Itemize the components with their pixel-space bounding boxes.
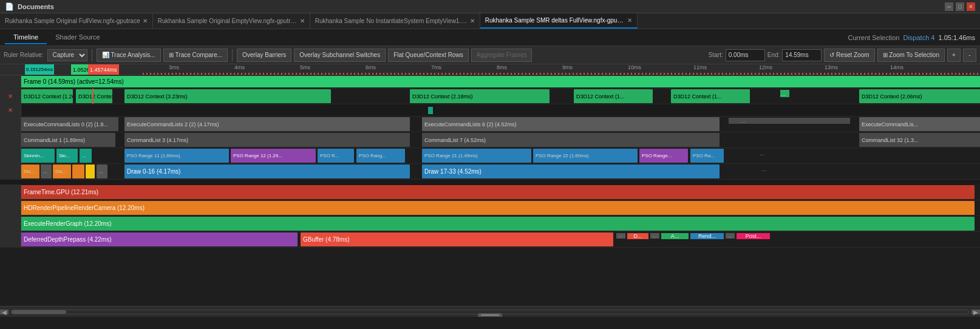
cmdlist-32[interactable]: CommandList 32 (1.3... (859, 133, 980, 147)
skinning-3[interactable]: ... (80, 149, 92, 163)
frame-segment[interactable]: Frame 0 (14.59ms) (active=12.54ms) (21, 76, 980, 87)
tab-3-close[interactable]: ✕ (470, 18, 475, 24)
frame-gutter (0, 75, 21, 88)
d3d12-seg-5[interactable]: D3D12 Context (1... (574, 89, 653, 103)
cmdlist-7[interactable]: CommandList 7 (4.52ms) (422, 133, 720, 147)
cmdlist-gutter (0, 132, 21, 148)
dis-orange-2[interactable] (86, 164, 95, 178)
d3d12-seg-6[interactable]: D3D12 Context (1... (671, 89, 750, 103)
frametime-seg[interactable]: FrameTime.GPU (12.21ms) (21, 185, 975, 199)
pso-range-x[interactable]: PSO Range... (639, 149, 688, 163)
execrender-gutter (0, 216, 21, 231)
pso-ra[interactable]: PSO Ra... (690, 149, 724, 163)
start-input[interactable] (726, 49, 765, 61)
depth-rend: Rend... (690, 233, 724, 239)
cmdlist-1[interactable]: CommandList 1 (1.89ms) (21, 133, 115, 147)
tab-1-close[interactable]: ✕ (143, 18, 148, 24)
hdrender-body: HDRenderPipelineRenderCamera (12.20ms) (21, 200, 980, 215)
pso-12[interactable]: PSO Range 12 (1.29... (231, 149, 316, 163)
deferred-depth-seg[interactable]: DeferredDepthPrepass (4.22ms) (21, 232, 298, 246)
draw-gutter (0, 164, 21, 179)
small-close-1[interactable]: ✕ (8, 107, 13, 114)
ruler-body[interactable]: 0.151254ms 1.0526 1.45744ms 2ms 3ms 4ms … (21, 64, 980, 75)
flat-queue-button[interactable]: Flat Queue/Context Rows (388, 49, 469, 62)
pso-row: Skinnin... Ski... ... PSO Range 11 (1.60… (0, 148, 980, 164)
teal-bar-mid (428, 107, 433, 114)
exec-seg-6[interactable]: ExecuteCommandLists 6 (2) (4.52ms) (422, 117, 720, 131)
hdrender-seg[interactable]: HDRenderPipelineRenderCamera (12.20ms) (21, 201, 975, 215)
dis-dots-2[interactable]: ... (97, 164, 107, 178)
tab-2[interactable]: Rukhanka Sample Original EmptyView.ngfx-… (153, 13, 310, 29)
subtab-bar: Timeline Shader Source Current Selection… (0, 29, 980, 46)
depth-gbuffer-row: DeferredDepthPrepass (4.22ms) GBuffer (4… (0, 232, 980, 248)
d3d12-seg-7[interactable]: D3D12 Context (2.06ms) (859, 89, 980, 103)
d3d12-seg-4[interactable]: D3D12 Context (2.18ms) (410, 89, 550, 103)
end-input[interactable] (782, 49, 822, 61)
current-selection-link[interactable]: Dispatch 4 (903, 34, 934, 41)
scroll-right-btn[interactable]: ▶ (971, 310, 980, 314)
pso-22[interactable]: PSO Range 22 (1.60ms) (533, 149, 638, 163)
d3d12-seg-1[interactable]: D3D12 Context (1.26... (21, 89, 73, 103)
dis-orange-1[interactable] (72, 164, 84, 178)
skinning-2[interactable]: Ski... (56, 149, 78, 163)
exec-cmd-body: ExecuteCommandLists 0 (2) (1.8... Execut… (21, 117, 980, 132)
tick-5ms: 5ms (300, 64, 310, 70)
trace-analysis-button[interactable]: 📊 Trace Analysis... (97, 49, 161, 62)
zoom-in-button[interactable]: + (947, 49, 961, 62)
scrollbar-thumb[interactable] (12, 310, 66, 314)
hdrender-row: HDRenderPipelineRenderCamera (12.20ms) (0, 200, 980, 216)
zoom-to-selection-button[interactable]: ⊞ Zoom To Selection (877, 49, 945, 62)
tab-1[interactable]: Rukhanka Sample Original FullView.ngfx-g… (0, 13, 153, 29)
draw-17-33[interactable]: Draw 17-33 (4.52ms) (422, 164, 720, 178)
tick-3ms: 3ms (169, 64, 179, 70)
dis-2[interactable]: Dis... (53, 164, 71, 178)
dis-dots-1[interactable]: ... (41, 164, 52, 178)
exec-seg-0[interactable]: ExecuteCommandLists 0 (2) (1.8... (21, 117, 118, 131)
pso-r1[interactable]: PSO R... (318, 149, 354, 163)
pso-11[interactable]: PSO Range 11 (1.60ms) (124, 149, 229, 163)
ruler: 0.151254ms 1.0526 1.45744ms 2ms 3ms 4ms … (0, 64, 980, 75)
current-selection-label: Current Selection (848, 34, 899, 41)
depth-dots-3: ... (726, 233, 735, 239)
tab-4-close[interactable]: ✕ (627, 17, 632, 24)
overlay-barriers-button[interactable]: Overlay Barriers (237, 49, 291, 62)
cursor-a: 0.151254ms (25, 64, 54, 75)
small-body-1 (21, 104, 980, 116)
frametime-gutter (0, 185, 21, 200)
d3d12-close-icon[interactable]: ✕ (8, 93, 13, 100)
dis-1[interactable]: Dis... (21, 164, 39, 178)
d3d12-seg-2[interactable]: D3D12 Context (1.... (76, 89, 112, 103)
d3d12-seg-3[interactable]: D3D12 Context (3.23ms) (124, 89, 331, 103)
subtab-timeline[interactable]: Timeline (5, 31, 47, 44)
draw-body: Dis... ... Dis... ... Draw 0-16 (4.17ms)… (21, 164, 980, 179)
tick-11ms: 11ms (693, 64, 707, 70)
cursor-c: 1.45744ms (88, 64, 119, 75)
tab-3[interactable]: Rukhanka Sample No InstantiateSystem Emp… (310, 13, 480, 29)
ruler-select[interactable]: Capture (47, 49, 87, 61)
draw-0-16[interactable]: Draw 0-16 (4.17ms) (124, 164, 410, 178)
exec-seg-2[interactable]: ExecuteCommandLists 2 (2) (4.17ms) (124, 117, 410, 131)
cmdlist-3[interactable]: CommandList 3 (4.17ms) (124, 133, 410, 147)
tab-2-close[interactable]: ✕ (300, 18, 305, 24)
aggregate-frames-button[interactable]: Aggregate Frames (471, 49, 533, 62)
skinning-1[interactable]: Skinnin... (21, 149, 55, 163)
subtab-shader[interactable]: Shader Source (47, 31, 108, 44)
maximize-button[interactable]: □ (956, 2, 964, 11)
expand-handle[interactable] (478, 313, 502, 317)
gbuffer-seg[interactable]: GBuffer (4.78ms) (301, 232, 613, 246)
zoom-out-button[interactable]: - (963, 49, 976, 62)
pso-rang[interactable]: PSO Rang... (356, 149, 405, 163)
exec-seg-last[interactable]: ExecuteCommandLis... (859, 117, 980, 131)
overlay-subchannel-button[interactable]: Overlay Subchannel Switches (294, 49, 386, 62)
minimize-button[interactable]: ─ (945, 2, 953, 11)
compare-icon: ⊞ (169, 52, 174, 58)
execrender-seg[interactable]: ExecuteRenderGraph (12.20ms) (21, 217, 975, 231)
trace-compare-button[interactable]: ⊞ Trace Compare... (163, 49, 228, 62)
scroll-left-btn[interactable]: ◀ (0, 310, 9, 314)
tab-bar: Rukhanka Sample Original FullView.ngfx-g… (0, 13, 980, 29)
pso-21[interactable]: PSO Range 21 (1.49ms) (422, 149, 531, 163)
reset-zoom-button[interactable]: ↺ Reset Zoom (824, 49, 874, 62)
close-button[interactable]: ✕ (967, 2, 975, 11)
execrender-body: ExecuteRenderGraph (12.20ms) (21, 216, 980, 231)
tab-4[interactable]: Rukhanka Sample SMR deltas FullView.ngfx… (480, 13, 638, 29)
